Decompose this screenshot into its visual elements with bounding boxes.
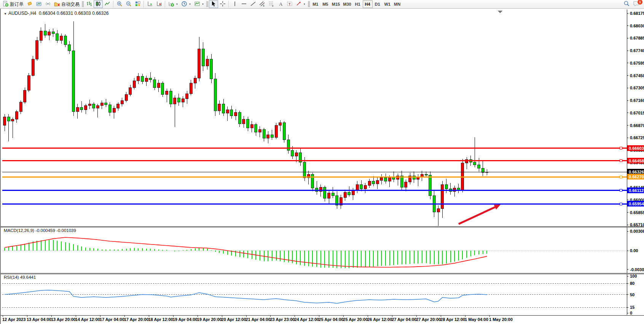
time-tick (3, 316, 3, 317)
text-a-icon: A (277, 1, 284, 8)
bar-chart-button[interactable] (84, 0, 94, 8)
new-order-label: 新订单 (10, 1, 24, 8)
time-label: 28 Apr 12:00 (440, 317, 465, 322)
main-price-panel[interactable]: 0.681750.680300.678850.677400.675950.674… (1, 10, 644, 226)
indicators-button[interactable]: ▼ (167, 0, 180, 8)
time-tick (149, 316, 149, 317)
crosshair-button[interactable] (218, 0, 227, 8)
zoom-out-button[interactable] (124, 0, 133, 8)
svg-text:0.66458: 0.66458 (629, 159, 644, 163)
caret-down-icon: ▼ (303, 3, 306, 5)
time-tick (51, 316, 52, 317)
timeframe-button-W1[interactable]: W1 (383, 0, 392, 8)
time-tick (198, 316, 198, 317)
toolbar-grip[interactable] (308, 1, 310, 7)
time-tick (222, 316, 222, 317)
time-label: 24 Apr 12:00 (294, 317, 319, 322)
svg-text:0.66270: 0.66270 (629, 175, 644, 179)
arrows-button[interactable]: ▼ (294, 0, 307, 8)
svg-text:0.67160: 0.67160 (630, 98, 644, 103)
new-order-button[interactable]: 新订单 (1, 0, 25, 8)
equidistant-channel-button[interactable]: E (258, 0, 267, 8)
auto-trading-button[interactable]: 自动交易 (53, 0, 81, 8)
chart-shift-marker[interactable] (498, 11, 502, 13)
zoom-in-button[interactable] (115, 0, 124, 8)
svg-text:0.66326: 0.66326 (629, 170, 644, 174)
toolbar-grip[interactable] (206, 1, 208, 7)
publish-chart-button[interactable] (34, 0, 43, 8)
vertical-line-button[interactable] (230, 0, 239, 8)
svg-text:0.67595: 0.67595 (630, 61, 644, 65)
annotation-arrow[interactable] (459, 207, 495, 224)
fibonacci-icon: F (268, 1, 274, 8)
time-label: 1 May 04:00 (465, 317, 488, 322)
auto-scroll-button[interactable] (145, 0, 155, 8)
arrow-objects-icon (296, 1, 302, 8)
svg-text:80: 80 (630, 281, 634, 286)
time-tick (124, 316, 125, 317)
line-handle[interactable] (620, 203, 622, 205)
rsi-panel[interactable]: 1008050150 (1, 274, 644, 315)
time-tick (295, 316, 295, 317)
svg-text:0.68030: 0.68030 (630, 24, 644, 28)
chart-shift-button[interactable] (155, 0, 164, 8)
market-watch-button[interactable] (25, 0, 34, 8)
signals-button[interactable] (43, 0, 53, 8)
text-button[interactable]: A (276, 0, 285, 8)
time-label: 17 Apr 04:00 (100, 317, 124, 322)
candlestick-chart-button[interactable] (94, 0, 103, 8)
chart-dropdown-icon[interactable]: ▼ (4, 12, 7, 16)
trendline-button[interactable] (249, 0, 258, 8)
periods-button[interactable]: ▼ (180, 0, 193, 8)
svg-text:F: F (272, 5, 274, 7)
svg-text:0.00: 0.00 (630, 248, 638, 253)
timeframe-button-M5[interactable]: M5 (320, 0, 330, 8)
timeframe-button-M1[interactable]: M1 (311, 0, 320, 8)
timeframe-button-H1[interactable]: H1 (353, 0, 363, 8)
cursor-button[interactable] (209, 0, 218, 8)
objects-group: E F A T ▼ (230, 0, 307, 8)
svg-text:0.67740: 0.67740 (630, 48, 644, 53)
svg-text:0.66112: 0.66112 (629, 188, 644, 193)
timeframe-button-H4[interactable]: H4 (363, 0, 373, 8)
line-handle[interactable] (620, 160, 622, 162)
timeframe-button-D1[interactable]: D1 (373, 0, 383, 8)
svg-text:T: T (289, 2, 291, 6)
toolbar-grip[interactable] (82, 1, 84, 7)
line-handle[interactable] (620, 189, 622, 192)
time-tick (343, 316, 344, 317)
time-label: 25 Apr 20:00 (343, 317, 368, 322)
time-tick (441, 316, 441, 317)
time-tick (27, 316, 27, 317)
line-handle[interactable] (620, 176, 622, 178)
svg-text:E: E (263, 5, 265, 7)
chart-window[interactable]: ▼AUDUSD-,H4 0.66304 0.66331 0.66303 0.66… (0, 9, 644, 324)
timeframe-button-M30[interactable]: M30 (341, 0, 352, 8)
auto-trading-icon (54, 1, 60, 8)
new-order-icon (3, 1, 9, 8)
time-tick (319, 316, 319, 317)
trade-group: 新订单 自动交易 (1, 0, 81, 8)
line-handle[interactable] (620, 147, 622, 149)
timeframe-button-M15[interactable]: M15 (330, 0, 341, 8)
templates-button[interactable]: ▼ (193, 0, 206, 8)
horizontal-line-button[interactable] (239, 0, 249, 8)
search-button[interactable] (622, 0, 631, 8)
fibonacci-button[interactable]: F (267, 0, 276, 8)
toolbar: 新订单 自动交易 ▼ ▼ ▼ E F (0, 0, 644, 9)
caret-down-icon: ▼ (189, 3, 191, 5)
notifications-button[interactable]: 1 (631, 0, 641, 8)
svg-text:0.66603: 0.66603 (629, 146, 644, 151)
line-chart-button[interactable] (103, 0, 112, 8)
chart-shift-icon (156, 1, 162, 8)
time-tick (368, 316, 368, 317)
time-label: 12 Apr 2023 (2, 317, 26, 322)
macd-panel[interactable]: 0.0030860.00-0.003003 (1, 227, 644, 273)
signals-icon (45, 1, 51, 8)
tile-windows-button[interactable] (133, 0, 142, 8)
timeframe-button-MN[interactable]: MN (392, 0, 402, 8)
time-axis[interactable]: 12 Apr 202313 Apr 04:0013 Apr 20:0014 Ap… (1, 315, 644, 324)
text-label-button[interactable]: T (285, 0, 294, 8)
time-tick (489, 316, 490, 317)
time-tick (246, 316, 247, 317)
